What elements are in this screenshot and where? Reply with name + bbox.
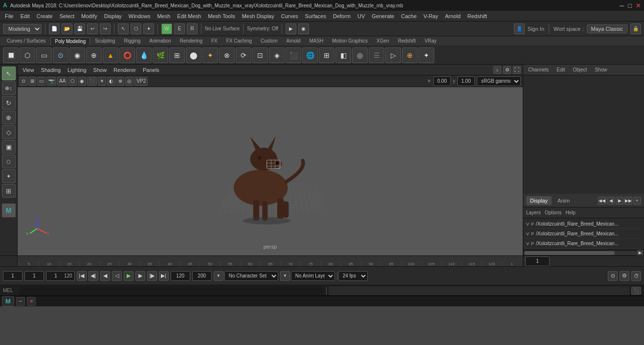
shelf-icon-15[interactable]: ⟳ [236,47,251,63]
vp-home-btn[interactable]: ⌂ [493,66,501,74]
menu-modify[interactable]: Modify [78,12,100,20]
taskbar-minimize[interactable]: ─ [16,297,25,306]
redo-btn[interactable]: ↪ [100,23,111,34]
viewport-canvas[interactable]: X Y Z persp [18,87,523,255]
cb-tab-channels[interactable]: Channels [526,66,551,73]
shelf-icon-20[interactable]: ⊞ [319,47,334,63]
frame-start-field[interactable] [3,271,22,281]
auto-key-btn[interactable]: ⊙ [608,271,618,281]
shelf-icon-14[interactable]: ⊗ [219,47,235,63]
shelf-tab-fxcaching[interactable]: FX Caching [222,37,256,45]
current-frame-right[interactable] [525,256,550,266]
menu-create[interactable]: Create [34,12,56,20]
layer-playback-3[interactable]: P [531,241,534,246]
shelf-icon-24[interactable]: ▷ [385,47,401,63]
character-set-dropdown[interactable]: No Character Set [224,271,278,281]
options-tab[interactable]: Options [545,210,561,215]
timeline-ruler[interactable]: 5 10 15 20 25 30 35 40 45 50 55 60 65 70… [18,256,523,266]
shelf-tab-rendering[interactable]: Rendering [176,37,206,45]
shelf-tab-fx[interactable]: FX [207,37,222,45]
menu-edit-mesh[interactable]: Edit Mesh [174,12,204,20]
goto-start-btn[interactable]: |◀ [77,271,87,281]
shelf-tab-sculpting[interactable]: Sculpting [91,37,119,45]
vp-shaded-btn[interactable]: ◉ [78,77,86,86]
lasso-tool[interactable]: ⬡ [2,155,16,168]
menu-cache[interactable]: Cache [398,12,420,20]
anim-tab[interactable]: Anim [554,196,574,205]
lasso-btn[interactable]: ⬡ [131,23,141,34]
undo-btn[interactable]: ↩ [87,23,98,34]
vp-settings-btn[interactable]: ⚙ [503,66,511,74]
key-settings-btn[interactable]: ⚙ [620,271,629,281]
layer-name-2[interactable]: /Xoloitzcuintli_Rare_Breed_Mexican... [536,231,641,236]
range-end-field[interactable] [171,271,190,281]
menu-arnold[interactable]: Arnold [442,12,464,20]
shelf-icon-22[interactable]: ◎ [352,47,368,63]
maximize-button[interactable]: □ [628,2,632,9]
play-fwd-btn[interactable]: ▶ [124,271,133,281]
vp-grid-btn[interactable]: ⊞ [28,77,36,86]
vp-wireframe-btn[interactable]: ⬡ [68,77,77,86]
vp-camera-btn[interactable]: ⊙ [20,77,27,86]
layers-tab[interactable]: Layers [526,210,541,215]
menu-uv[interactable]: UV [355,12,368,20]
vp-light-btn[interactable]: ☀ [98,77,106,86]
shelf-icon-2[interactable]: ⬡ [20,47,35,63]
layer-name-1[interactable]: /Xoloitzcuintli_Rare_Breed_Mexican... [536,221,641,227]
menu-surfaces[interactable]: Surfaces [302,12,329,20]
shelf-tab-curves[interactable]: Curves / Surfaces [3,37,49,45]
render-btn[interactable]: ▶ [286,23,296,34]
shelf-icon-1[interactable]: 🔲 [3,47,19,63]
fps-dropdown[interactable]: 24 fps [338,271,368,281]
universal-manip[interactable]: ◇ [2,125,16,139]
play-back-btn[interactable]: ◁ [112,271,122,281]
add-layer-btn[interactable]: + [633,197,641,205]
mode-dropdown[interactable]: Modeling [3,24,42,34]
shelf-tab-animation[interactable]: Animation [145,37,175,45]
scroll-left-btn[interactable]: ◀◀ [598,197,606,205]
sign-in-icon[interactable]: 👤 [514,23,525,34]
snap-tool[interactable]: ⊞ [2,184,16,198]
shelf-icon-18[interactable]: ⬛ [286,47,301,63]
shelf-icon-12[interactable]: ⬤ [186,47,201,63]
scroll-left2-btn[interactable]: ◀ [607,197,615,205]
paint-btn[interactable]: ✦ [143,23,154,34]
vp-menu-lighting[interactable]: Lighting [65,66,89,74]
shelf-icon-5[interactable]: ◉ [69,47,85,63]
menu-mesh[interactable]: Mesh [154,12,173,20]
shelf-icon-4[interactable]: ⊙ [53,47,68,63]
vp-dof-btn[interactable]: ◎ [125,77,133,86]
end-frame-field[interactable] [192,271,212,281]
menu-windows[interactable]: Windows [126,12,154,20]
layer-name-3[interactable]: /Xoloitzcuintli_Rare_Breed_Mexican... [536,241,641,246]
vp-aa-btn[interactable]: AA [57,77,67,86]
paint-select[interactable]: ✦ [2,169,16,183]
menu-mesh-display[interactable]: Mesh Display [239,12,277,20]
shelf-tab-arnold[interactable]: Arnold [282,37,304,45]
workspace-value[interactable]: Maya Classic [587,24,627,33]
vp-menu-view[interactable]: View [20,66,37,74]
save-scene-btn[interactable]: 💾 [74,23,85,34]
scale-btn[interactable]: R [187,23,198,34]
close-button[interactable]: ✕ [636,2,641,9]
display-tab[interactable]: Display [526,196,552,205]
open-scene-btn[interactable]: 📂 [62,23,72,34]
goto-end-btn[interactable]: ▶| [159,271,169,281]
layer-visibility-3[interactable]: V [526,241,529,246]
script-editor-btn[interactable]: ⬛ [631,287,641,295]
gamma-value[interactable] [457,76,475,86]
step-fwd-btn[interactable]: |▶ [147,271,157,281]
shelf-icon-9[interactable]: 💧 [136,47,152,63]
shelf-icon-7[interactable]: ▲ [103,47,118,63]
shelf-icon-3[interactable]: ▭ [36,47,52,63]
rotate-btn[interactable]: E [174,23,185,34]
shelf-icon-19[interactable]: 🌐 [302,47,318,63]
shelf-icon-8[interactable]: ⭕ [119,47,135,63]
step-back-btn[interactable]: ◀| [89,271,98,281]
menu-curves[interactable]: Curves [278,12,301,20]
cb-tab-edit[interactable]: Edit [555,66,567,73]
shelf-icon-13[interactable]: ✦ [202,47,218,63]
next-key-btn[interactable]: ▶ [135,271,145,281]
shelf-tab-poly[interactable]: Poly Modeling [50,37,90,45]
shelf-tab-motiongfx[interactable]: Motion Graphics [328,37,372,45]
